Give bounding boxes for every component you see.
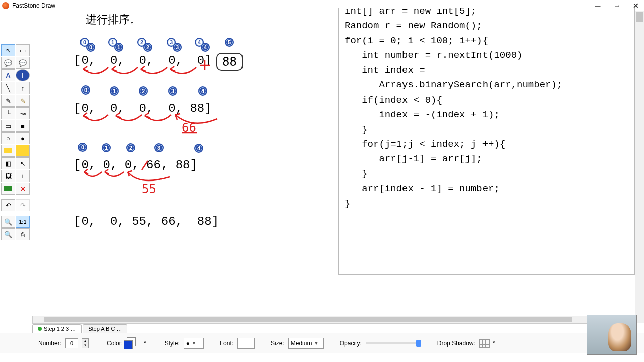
- cursor-tool[interactable]: ↖: [16, 157, 30, 169]
- tab-active-indicator-icon: [38, 327, 42, 331]
- font-label: Font:: [220, 340, 233, 347]
- green-swatch-tool[interactable]: [1, 183, 15, 195]
- redo-button[interactable]: ↷: [16, 199, 30, 211]
- code-pane: int[] arr = new int[5]; Random r = new R…: [338, 8, 635, 275]
- chevron-down-icon: ▼: [192, 341, 196, 346]
- index-badge-2b: 2: [143, 43, 152, 52]
- code-line: arr[index - 1] = number;: [345, 182, 628, 196]
- number-spinner[interactable]: ▲▼: [82, 338, 89, 348]
- code-line: int number = r.nextInt(1000): [345, 48, 628, 63]
- canvas[interactable]: 进行排序。 [0, 0, 0, 0, 0] 88 0 0 1 1 2 2 3 3…: [31, 11, 644, 323]
- yellow-fill-tool[interactable]: [16, 145, 30, 157]
- number-label: Number:: [38, 340, 61, 347]
- callout-tool[interactable]: 💬: [16, 57, 30, 69]
- eraser-tool[interactable]: ◧: [1, 157, 15, 169]
- text-tool[interactable]: A: [1, 69, 15, 81]
- app-icon: [2, 2, 9, 9]
- tab-step-123[interactable]: Step 1 2 3 …: [32, 324, 82, 333]
- horizontal-scrollbar-thumb[interactable]: [44, 317, 572, 322]
- opacity-slider-knob[interactable]: [416, 340, 421, 347]
- code-line: }: [345, 167, 628, 182]
- l-shape-tool[interactable]: └: [1, 107, 15, 119]
- r2-badge-2: 2: [139, 86, 148, 96]
- code-line: if(index < 0){: [345, 93, 628, 108]
- zoom-in-button[interactable]: 🔍: [1, 216, 15, 228]
- index-badge-4b: 4: [201, 43, 210, 52]
- connector-tool[interactable]: ↝: [16, 107, 30, 119]
- code-line: index = -(index + 1);: [345, 108, 628, 122]
- r3-badge-0: 0: [78, 143, 87, 152]
- number-badge-tool[interactable]: i: [16, 69, 30, 81]
- code-line: arr[j-1] = arr[j];: [345, 152, 628, 166]
- style-value: ●: [186, 340, 190, 347]
- tab-step-abc[interactable]: Step A B C …: [83, 324, 127, 333]
- properties-bar: Number: ▲▼ Color: * Style: ● ▼ Font: Siz…: [0, 333, 644, 353]
- size-label: Size:: [271, 340, 284, 347]
- code-line: int index =: [345, 63, 628, 78]
- delete-tool[interactable]: ✕: [16, 183, 30, 195]
- rectangle-tool[interactable]: ▭: [1, 120, 15, 132]
- array-row-1: [0, 0, 0, 0, 0]: [74, 54, 212, 67]
- code-line: }: [345, 123, 628, 137]
- pointer-tool[interactable]: ↖: [1, 44, 15, 56]
- zoom-out-button[interactable]: 🔍: [1, 228, 15, 240]
- text-balloon-tool[interactable]: 💬: [1, 57, 15, 69]
- select-tool[interactable]: ▭: [16, 44, 30, 56]
- webcam-overlay: [587, 315, 637, 355]
- style-label: Style:: [165, 340, 180, 347]
- code-line: for(i = 0; i < 100; i++){: [345, 34, 628, 48]
- font-combo[interactable]: [237, 338, 255, 349]
- code-line: for(j=1;j < index; j ++){: [345, 137, 628, 152]
- tab-label: Step A B C …: [88, 326, 122, 332]
- color-modified-star: *: [144, 340, 146, 347]
- r2-badge-0: 0: [81, 85, 90, 95]
- r3-badge-2: 2: [126, 143, 135, 152]
- style-combo[interactable]: ● ▼: [184, 338, 204, 349]
- inserted-66: 66: [182, 121, 196, 135]
- r2-badge-4: 4: [198, 86, 207, 96]
- r2-badge-3: 3: [168, 86, 177, 96]
- number-input[interactable]: [65, 338, 78, 348]
- fill-color-swatch[interactable]: [124, 340, 133, 349]
- r3-badge-3: 3: [154, 143, 164, 152]
- boxed-88: 88: [216, 53, 243, 71]
- tab-label: Step 1 2 3 …: [44, 326, 76, 332]
- code-line: Arrays.binarySearch(arr,number);: [345, 78, 628, 93]
- code-line: }: [345, 197, 628, 211]
- array-row-3: [0, 0, 0, 66, 88]: [74, 158, 197, 172]
- zoom-actual-button[interactable]: 1:1: [16, 216, 30, 228]
- filled-ellipse-tool[interactable]: ●: [16, 132, 30, 144]
- index-badge-3b: 3: [173, 43, 182, 52]
- vertical-scrollbar-thumb[interactable]: [636, 12, 643, 22]
- drop-shadow-label: Drop Shadow:: [437, 340, 475, 347]
- line-tool[interactable]: ╲: [1, 82, 15, 94]
- drop-shadow-modified-star: *: [493, 340, 495, 347]
- opacity-slider[interactable]: [366, 342, 421, 344]
- size-combo[interactable]: Medium ▼: [288, 338, 324, 349]
- add-tool[interactable]: +: [16, 170, 30, 182]
- inserted-55: 55: [142, 182, 156, 196]
- pencil-tool[interactable]: ✎: [1, 95, 15, 107]
- chevron-down-icon: ▼: [314, 341, 318, 346]
- image-tool[interactable]: 🖼: [1, 170, 15, 182]
- index-badge-0b: 0: [86, 43, 95, 52]
- undo-button[interactable]: ↶: [1, 199, 15, 211]
- color-label: Color:: [107, 340, 123, 347]
- step-tabs: Step 1 2 3 … Step A B C …: [32, 323, 644, 333]
- r3-badge-1: 1: [102, 143, 111, 152]
- r3-badge-4: 4: [194, 144, 203, 153]
- array-row-4: [0, 0, 55, 66, 88]: [74, 215, 219, 228]
- vertical-scrollbar[interactable]: [635, 11, 644, 323]
- drawing-left-pane: 进行排序。 [0, 0, 0, 0, 0] 88 0 0 1 1 2 2 3 3…: [31, 11, 333, 323]
- arrow-tool[interactable]: ↑: [16, 82, 30, 94]
- size-value: Medium: [291, 340, 312, 347]
- drop-shadow-picker[interactable]: [479, 339, 490, 348]
- highlighter-tool[interactable]: ✎: [16, 95, 30, 107]
- print-button[interactable]: ⎙: [16, 228, 30, 240]
- color-swatch-picker[interactable]: [127, 337, 141, 349]
- r2-badge-1: 1: [110, 86, 119, 96]
- yellow-highlight-tool[interactable]: [1, 145, 15, 157]
- filled-rectangle-tool[interactable]: ■: [16, 120, 30, 132]
- code-line: int[] arr = new int[5];: [345, 8, 628, 19]
- ellipse-tool[interactable]: ○: [1, 132, 15, 144]
